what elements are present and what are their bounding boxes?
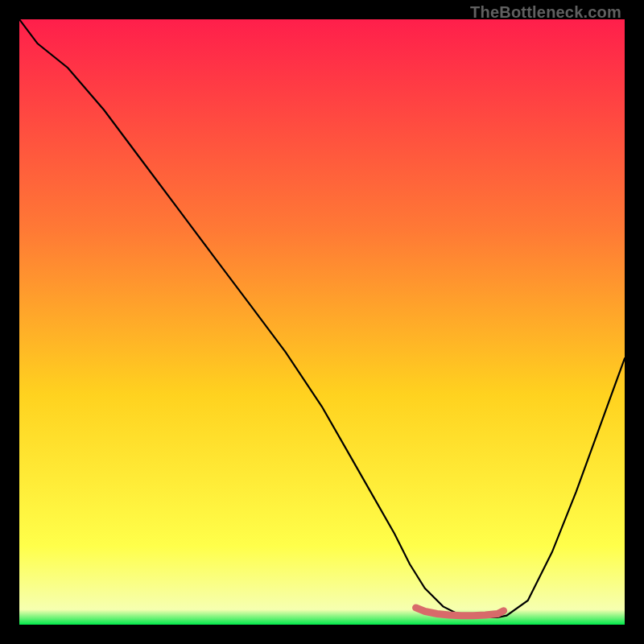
plot-area [19,19,625,625]
chart-frame: TheBottleneck.com [0,0,644,644]
gradient-background [19,19,625,625]
bottleneck-chart [19,19,625,625]
